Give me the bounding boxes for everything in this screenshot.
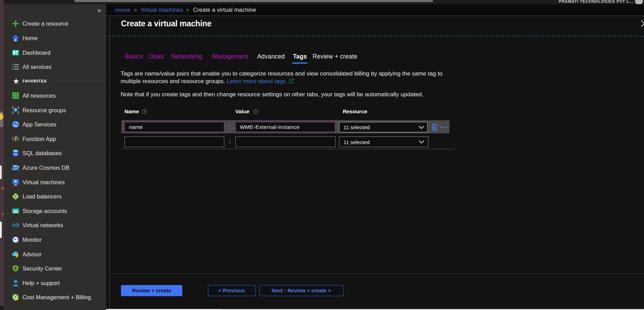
svg-text:$: $: [15, 296, 16, 299]
svg-text:SQL: SQL: [14, 153, 18, 155]
